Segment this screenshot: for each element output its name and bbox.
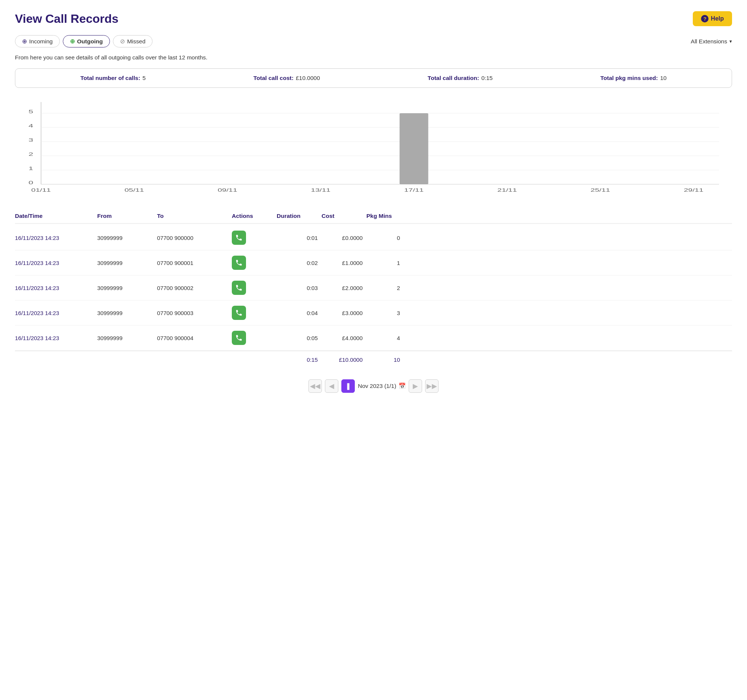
totals-duration: 0:15 [277, 356, 322, 363]
svg-text:4: 4 [29, 123, 33, 128]
cell-actions [232, 281, 277, 295]
tab-outgoing-label: Outgoing [77, 38, 103, 45]
tab-missed[interactable]: ⊘ Missed [113, 35, 153, 47]
cell-duration: 0:03 [277, 285, 322, 291]
stat-total-cost-value: £10.0000 [296, 75, 320, 81]
cell-cost: £4.0000 [322, 335, 366, 341]
tab-incoming-label: Incoming [29, 38, 53, 45]
stat-total-cost: Total call cost: £10.0000 [254, 75, 320, 81]
stat-total-duration-label: Total call duration: [428, 75, 479, 81]
col-actions: Actions [232, 213, 277, 219]
tab-incoming[interactable]: ⊕ Incoming [15, 35, 60, 47]
col-from: From [97, 213, 157, 219]
table-header: Date/Time From To Actions Duration Cost … [15, 209, 732, 224]
last-page-button[interactable]: ▶▶ [425, 379, 439, 393]
incoming-icon: ⊕ [22, 38, 27, 45]
table-body: 16/11/2023 14:23 30999999 07700 900000 0… [15, 225, 732, 350]
table-row: 16/11/2023 14:23 30999999 07700 900001 0… [15, 250, 732, 275]
chart-svg: 0 1 2 3 4 5 01/11 05/11 09/11 13/11 17/1… [15, 98, 732, 195]
current-page-button[interactable]: ❚ [341, 379, 355, 393]
chevron-down-icon: ▾ [729, 39, 732, 44]
tabs-row: ⊕ Incoming ⊕ Outgoing ⊘ Missed All Exten… [15, 35, 732, 47]
help-label: Help [711, 15, 724, 22]
cell-cost: £2.0000 [322, 285, 366, 291]
first-page-button[interactable]: ◀◀ [308, 379, 322, 393]
cell-duration: 0:01 [277, 235, 322, 241]
cell-from: 30999999 [97, 335, 157, 341]
svg-text:25/11: 25/11 [591, 188, 610, 193]
col-duration: Duration [277, 213, 322, 219]
cell-actions [232, 306, 277, 320]
prev-page-button[interactable]: ◀ [325, 379, 338, 393]
call-button[interactable] [232, 306, 246, 320]
tab-outgoing[interactable]: ⊕ Outgoing [63, 35, 110, 47]
phone-icon [235, 234, 243, 241]
svg-text:1: 1 [29, 166, 33, 171]
svg-text:5: 5 [29, 109, 33, 115]
totals-cost: £10.0000 [322, 356, 366, 363]
cell-actions [232, 231, 277, 245]
cell-to: 07700 900001 [157, 260, 232, 266]
page-title: View Call Records [15, 12, 118, 26]
outgoing-icon: ⊕ [70, 38, 75, 45]
totals-from [97, 356, 157, 363]
calendar-icon: 📅 [399, 383, 406, 389]
cell-datetime: 16/11/2023 14:23 [15, 260, 97, 266]
phone-icon [235, 259, 243, 267]
svg-text:17/11: 17/11 [404, 188, 423, 193]
header: View Call Records ? Help [15, 11, 732, 26]
table-row: 16/11/2023 14:23 30999999 07700 900004 0… [15, 326, 732, 350]
call-button[interactable] [232, 256, 246, 270]
stat-pkg-mins-label: Total pkg mins used: [600, 75, 658, 81]
svg-text:13/11: 13/11 [311, 188, 331, 193]
col-to: To [157, 213, 232, 219]
stat-total-duration: Total call duration: 0:15 [428, 75, 493, 81]
cell-pkg-mins: 2 [366, 285, 404, 291]
stat-total-calls: Total number of calls: 5 [80, 75, 146, 81]
cell-datetime: 16/11/2023 14:23 [15, 235, 97, 241]
totals-actions [232, 356, 277, 363]
next-page-button[interactable]: ▶ [409, 379, 422, 393]
cell-datetime: 16/11/2023 14:23 [15, 335, 97, 341]
svg-text:09/11: 09/11 [218, 188, 237, 193]
totals-pkg-mins: 10 [366, 356, 404, 363]
call-button[interactable] [232, 331, 246, 345]
stat-total-cost-label: Total call cost: [254, 75, 293, 81]
cell-actions [232, 256, 277, 270]
cell-cost: £3.0000 [322, 310, 366, 316]
svg-text:2: 2 [29, 151, 33, 157]
cell-cost: £1.0000 [322, 260, 366, 266]
svg-text:01/11: 01/11 [32, 188, 51, 193]
call-button[interactable] [232, 231, 246, 245]
cell-to: 07700 900002 [157, 285, 232, 291]
cell-duration: 0:02 [277, 260, 322, 266]
cell-actions [232, 331, 277, 345]
table-row: 16/11/2023 14:23 30999999 07700 900000 0… [15, 225, 732, 250]
cell-to: 07700 900004 [157, 335, 232, 341]
stat-total-calls-value: 5 [142, 75, 146, 81]
phone-icon [235, 334, 243, 342]
stat-pkg-mins: Total pkg mins used: 10 [600, 75, 667, 81]
cell-from: 30999999 [97, 285, 157, 291]
svg-text:0: 0 [29, 180, 33, 186]
cell-pkg-mins: 4 [366, 335, 404, 341]
cell-datetime: 16/11/2023 14:23 [15, 285, 97, 291]
stat-total-calls-label: Total number of calls: [80, 75, 140, 81]
missed-icon: ⊘ [120, 38, 125, 45]
svg-text:05/11: 05/11 [124, 188, 144, 193]
phone-icon [235, 284, 243, 291]
cell-duration: 0:04 [277, 310, 322, 316]
table: Date/Time From To Actions Duration Cost … [15, 209, 732, 368]
call-button[interactable] [232, 281, 246, 295]
table-row: 16/11/2023 14:23 30999999 07700 900002 0… [15, 275, 732, 300]
description: From here you can see details of all out… [15, 54, 732, 61]
cell-pkg-mins: 3 [366, 310, 404, 316]
extensions-dropdown[interactable]: All Extensions ▾ [691, 38, 732, 45]
tab-missed-label: Missed [127, 38, 145, 45]
help-button[interactable]: ? Help [693, 11, 732, 26]
svg-rect-21 [400, 113, 428, 184]
col-pkg-mins: Pkg Mins [366, 213, 404, 219]
cell-duration: 0:05 [277, 335, 322, 341]
cell-from: 30999999 [97, 235, 157, 241]
pagination-label: Nov 2023 (1/1) 📅 [358, 383, 406, 389]
